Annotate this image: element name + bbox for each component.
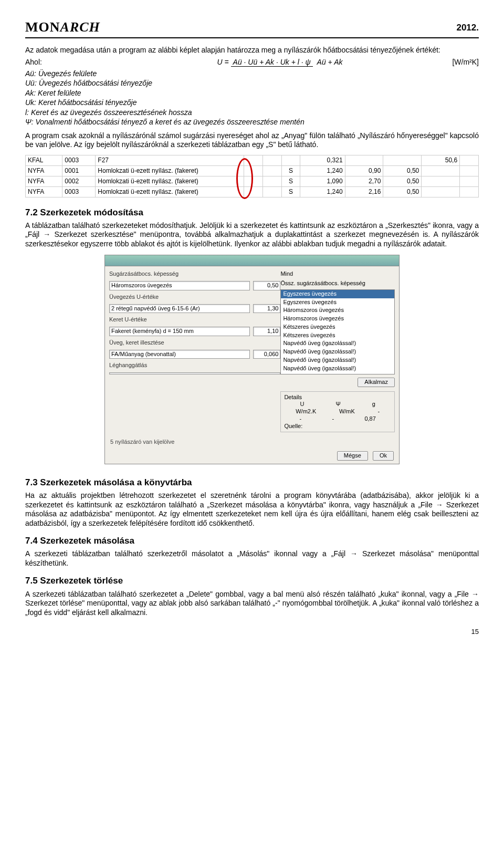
col-psi: Ψ bbox=[335, 401, 340, 408]
logo-part2: ARCH bbox=[60, 19, 100, 35]
definitions: Aü: Üvegezés felülete Uü: Üvegezés hőátb… bbox=[25, 69, 479, 127]
section-7-2-title: 7.2 Szerkezetek módosítása bbox=[25, 207, 479, 218]
dlg-r5-label: Léghanggátlás bbox=[109, 362, 183, 369]
def-Au: Aü: Üvegezés felülete bbox=[25, 69, 479, 79]
dlg-r1-label: Sugárzásátbocs. képesség bbox=[109, 270, 183, 278]
dlg-r1-field[interactable]: Háromszoros üvegezés bbox=[109, 281, 250, 290]
cancel-button[interactable]: Mégse bbox=[337, 451, 368, 461]
section-7-3-title: 7.3 Szerkezetek másolása a könyvtárba bbox=[25, 477, 479, 488]
val-g: 0,87 bbox=[364, 415, 375, 423]
dlg-r3-num[interactable]: 1,10 bbox=[253, 327, 280, 336]
dlg-r4-num[interactable]: 0,060 bbox=[253, 350, 280, 359]
unit-psi: W/mK bbox=[339, 408, 355, 415]
dlg-r4-label: Üveg, keret illesztése bbox=[109, 339, 183, 347]
dialog-titlebar bbox=[105, 255, 399, 266]
dlg-status: 5 nyílászáró van kijelölve bbox=[105, 436, 399, 448]
dlg-r3-label: Keret U-értéke bbox=[109, 316, 183, 324]
doc-year: 2012. bbox=[456, 22, 479, 33]
def-l: l: Keret és az üvegezés összeeresztéséne… bbox=[25, 108, 479, 118]
dlg-r2-label: Üvegezés U-értéke bbox=[109, 294, 183, 301]
formula: U = Aü · Uü + Ak · Uk + l · ψ Aü + Ak bbox=[130, 58, 432, 67]
dlg-r1-num[interactable]: 0,50 bbox=[253, 281, 280, 290]
dlg-r5-field[interactable] bbox=[109, 372, 280, 374]
section-7-5-title: 7.5 Szerkezetek törlése bbox=[25, 575, 479, 586]
dlg-r3-field[interactable]: Fakeret (keményfa) d = 150 mm bbox=[109, 327, 250, 336]
def-Ak: Ak: Keret felülete bbox=[25, 89, 479, 98]
quelle: Quelle: bbox=[284, 423, 391, 430]
def-Uk: Uk: Keret hőátbocsátási tényezője bbox=[25, 98, 479, 108]
page-number: 15 bbox=[25, 628, 479, 636]
formula-row: Ahol: U = Aü · Uü + Ak · Uk + l · ψ Aü +… bbox=[25, 58, 479, 67]
logo-part1: MON bbox=[25, 19, 60, 35]
def-Uu: Uü: Üvegezés hőátbocsátási tényezője bbox=[25, 79, 479, 88]
formula-num: Aü · Uü + Ak · Uk + l · ψ bbox=[231, 58, 313, 67]
section-7-5-body: A szerkezeti táblázatban található szerk… bbox=[25, 590, 479, 618]
dlg-right-title[interactable]: Össz. sugárzásátbocs. képesség bbox=[280, 280, 395, 287]
table-screenshot: KFAL0003F270,32150,6NYFA0001Homlokzati ü… bbox=[25, 155, 479, 197]
section-7-4-body: A szerkezeti táblázatban található szerk… bbox=[25, 549, 479, 568]
def-psi: Ψ: Vonalmenti hőátbocsátási tényező a ke… bbox=[25, 118, 479, 127]
formula-where: Ahol: bbox=[25, 58, 130, 67]
red-circle-annotation bbox=[236, 158, 253, 199]
formula-unit: [W/m²K] bbox=[432, 58, 479, 67]
val-psi: - bbox=[332, 415, 334, 423]
section-7-4-title: 7.4 Szerkezetek másolása bbox=[25, 535, 479, 546]
paragraph-S: A program csak azoknál a nyílászárónál s… bbox=[25, 131, 479, 150]
unit-U: W/m2.K bbox=[296, 408, 316, 415]
dlg-r4-field[interactable]: FA/Műanyag (bevonattal) bbox=[109, 350, 250, 359]
ok-button[interactable]: Ok bbox=[373, 451, 394, 461]
section-7-3-body: Ha az aktuális projektben létrehozott sz… bbox=[25, 491, 479, 528]
intro-paragraph: Az adatok megadása után a program az alá… bbox=[25, 46, 479, 55]
logo: MONARCH bbox=[25, 19, 100, 36]
details-title: Details bbox=[284, 394, 391, 401]
dlg-details: Details U Ψ g W/m2.K W/mK - - - 0,87 Que… bbox=[280, 391, 395, 433]
col-U: U bbox=[300, 401, 304, 408]
col-g: g bbox=[372, 401, 375, 408]
dialog-window: Sugárzásátbocs. képesség Háromszoros üve… bbox=[104, 255, 400, 464]
section-7-2-body: A táblázatban található szerkezeteket mó… bbox=[25, 221, 479, 249]
formula-den: Aü + Ak bbox=[315, 58, 345, 66]
dlg-listbox[interactable]: Egyszeres üvegezésEgyszeres üvegezésHáro… bbox=[280, 289, 395, 374]
dlg-right-top[interactable]: Mind bbox=[280, 270, 395, 278]
val-U: - bbox=[300, 415, 302, 423]
unit-g: - bbox=[377, 408, 380, 415]
dlg-r2-num[interactable]: 1,30 bbox=[253, 304, 280, 314]
apply-button[interactable]: Alkalmaz bbox=[358, 378, 395, 387]
dlg-r2-field[interactable]: 2 rétegű napvédő üveg 6-15-6 (Ar) bbox=[109, 304, 250, 314]
